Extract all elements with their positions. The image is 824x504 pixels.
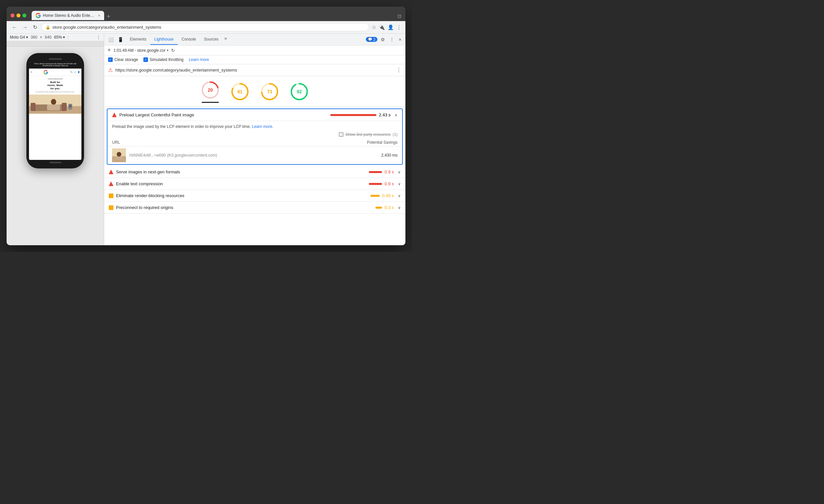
main-content: Moto G4 ▾ 360 × 640 65% ▾ | ⋮ [7,34,405,245]
back-button[interactable]: ← [11,24,18,31]
audit-title: Eliminate render-blocking resources [116,193,368,198]
devtools-more-button[interactable]: ⋮ [388,35,396,43]
tab-lighthouse[interactable]: Lighthouse [150,34,178,45]
savings-indicator [369,171,382,173]
savings-indicator [376,207,382,209]
svg-rect-4 [62,103,67,111]
audit-table-header: URL Potential Savings [107,139,402,146]
close-devtools-button[interactable]: × [398,35,403,43]
devtools-header: ⬜ 📱 Elements Lighthouse Console Sources … [104,34,405,45]
title-bar: Home Stereo & Audio Entertain × + ⊡ [7,7,405,21]
audit-expand-chevron[interactable]: ∨ [398,205,401,210]
audit-expand-chevron[interactable]: ∨ [398,170,401,174]
audit-desc-text: Preload the image used by the LCP elemen… [112,124,251,129]
window-controls: ⊡ [398,13,401,20]
session-reload-button[interactable]: ↻ [171,48,175,53]
url-path: /rbNNiE4oM...=w680 [129,153,166,158]
audit-header: Enable text compression 0.9 s ∨ [109,181,401,186]
third-party-checkbox[interactable] [339,132,343,137]
tab-elements[interactable]: Elements [126,34,150,45]
svg-rect-6 [47,104,60,110]
col-savings-header: Potential Savings [367,140,398,145]
device-toolbar-more[interactable]: ⋮ [97,35,101,39]
star-icon[interactable]: ☆ [372,24,376,30]
savings-text: 0.49 s [382,193,394,198]
throttling-checkbox[interactable]: ✓ Simulated throttling [143,57,184,62]
mobile-preview-panel: Moto G4 ▾ 360 × 640 65% ▾ | ⋮ [7,34,104,245]
lighthouse-url-more-button[interactable]: ⋮ [396,67,401,73]
phone-speaker [49,58,62,60]
toolbar-separator: | [68,35,69,39]
svg-rect-3 [31,103,35,111]
audit-item-1: Enable text compression 0.9 s ∨ [104,178,405,190]
maximize-traffic-light[interactable] [22,13,26,17]
score-performance-circle: 20 [200,80,220,100]
minimize-traffic-light[interactable] [16,13,20,17]
address-bar-icons: ☆ 🔌 👤 ⋮ [372,24,401,30]
audit-savings: 0.9 s [369,170,394,174]
score-performance: 20 [200,80,220,103]
svg-point-8 [69,105,72,107]
tab-close-button[interactable]: × [98,13,100,17]
more-tabs-icon[interactable]: » [222,34,229,45]
extension-icon[interactable]: 🔌 [379,24,385,30]
active-tab[interactable]: Home Stereo & Audio Entertain × [32,11,104,20]
svg-text:92: 92 [297,89,302,94]
tab-sources[interactable]: Sources [200,34,222,45]
add-session-button[interactable]: + [107,47,111,54]
score-seo-circle: 92 [289,82,309,102]
new-tab-button[interactable]: + [104,13,113,20]
screen-hero: Audio Entertainment Built for music. Mad… [29,76,81,95]
reload-button[interactable]: ↻ [32,23,38,31]
device-dim-separator: × [40,35,42,39]
audit-savings: 0.3 s [376,205,394,210]
device-name: Moto G4 [10,35,25,39]
ruler [7,41,104,46]
audit-savings: 0.9 s [369,181,394,186]
clear-storage-checkbox-box[interactable]: ✓ [108,57,113,62]
throttling-checkbox-box[interactable]: ✓ [143,57,148,62]
profile-icon[interactable]: 👤 [388,24,394,30]
audit-item-2: Eliminate render-blocking resources 0.49… [104,190,405,202]
thumb-image [112,148,126,162]
audit-table-row: /rbNNiE4oM...=w680 (lh3.googleuserconten… [107,146,402,164]
svg-text:73: 73 [267,89,272,94]
url-text: store.google.com/category/audio_entertai… [53,25,365,30]
audit-expand-chevron[interactable]: ∨ [398,194,401,198]
session-selector[interactable]: 1:01:49 AM - store.google.cor ▾ [114,48,169,53]
traffic-lights [11,13,26,17]
audit-header: Serve images in next-gen formats 0.9 s ∨ [109,170,401,174]
device-zoom[interactable]: 65% ▾ [54,35,65,39]
close-traffic-light[interactable] [11,13,14,17]
svg-text:20: 20 [208,87,213,93]
menu-icon[interactable]: ⋮ [397,24,401,30]
device-select[interactable]: Moto G4 ▾ [10,35,28,39]
lighthouse-url-row: ⚠ https://store.google.com/category/audi… [104,64,405,76]
settings-button[interactable]: ⚙ [379,35,386,43]
clear-storage-checkbox[interactable]: ✓ Clear storage [108,57,138,62]
tab-console[interactable]: Console [178,34,200,45]
url-bar[interactable]: 🔒 store.google.com/category/audio_entert… [41,23,369,31]
audit-collapse-chevron[interactable]: ∧ [395,113,398,117]
forward-button[interactable]: → [21,24,29,31]
third-party-filter-row: Show 3rd-party resources (1) [107,131,402,139]
score-best-practices: 73 [260,82,280,102]
screen-account-icon: 👤 [78,71,80,73]
screen-google-logo [43,70,48,75]
screen-hero-sub: Get started with audio packages that fit… [31,91,80,93]
audit-title: Preconnect to required origins [116,205,373,210]
browser-window: Home Stereo & Audio Entertain × + ⊡ ← → … [7,7,405,245]
inspect-button[interactable]: ⬜ [107,35,115,43]
device-toggle-button[interactable]: 📱 [116,35,125,43]
audit-item-0: Serve images in next-gen formats 0.9 s ∨ [104,166,405,178]
audit-expand-chevron[interactable]: ∨ [398,182,401,186]
audit-learn-more-link[interactable]: Learn more [252,124,272,129]
audit-preload-lcp-savings: 2.43 s [330,112,391,117]
third-party-count: (1) [393,132,398,137]
issues-badge[interactable]: 💬 2 [366,37,378,42]
score-accessibility: 81 [230,82,250,102]
svg-point-23 [117,152,121,157]
throttling-learn-more-link[interactable]: Learn more [189,57,209,62]
savings-text: 0.9 s [385,181,394,186]
svg-text:81: 81 [237,89,242,94]
